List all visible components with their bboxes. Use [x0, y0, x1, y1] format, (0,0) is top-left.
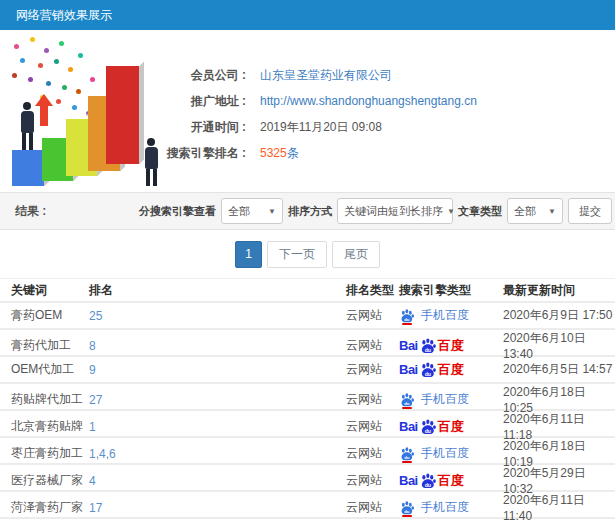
ranking-count-number: 5325	[260, 146, 287, 160]
baidu-mobile-paw-icon: du	[399, 392, 415, 408]
baidu-logo-bai-text: Bai	[399, 419, 418, 434]
rank-type-cell: 云网站	[346, 418, 399, 435]
ranking-count-suffix: 条	[287, 146, 299, 160]
keyword-cell: 枣庄膏药加工	[11, 445, 89, 462]
table-row: 北京膏药贴牌 1 云网站 Bai	[0, 411, 615, 438]
promo-url-link[interactable]: http://www.shandonghuangshengtang.cn	[260, 94, 477, 108]
svg-text:du: du	[424, 481, 430, 487]
rank-cell[interactable]: 25	[89, 309, 346, 323]
baidu-logo-bai-text: Bai	[399, 473, 418, 488]
engine-cell: Bai du 百度	[399, 418, 503, 436]
member-company-label: 会员公司 :	[128, 67, 246, 84]
rank-type-cell: 云网站	[346, 307, 399, 324]
chevron-down-icon: ▼	[447, 207, 455, 216]
table-row: 医疗器械厂家 4 云网站 Bai	[0, 465, 615, 492]
businessman-figure-left	[18, 102, 36, 150]
rank-cell[interactable]: 4	[89, 474, 346, 488]
submit-button[interactable]: 提交	[568, 198, 612, 224]
rank-cell[interactable]: 27	[89, 393, 346, 407]
keyword-cell: 膏药OEM	[11, 307, 89, 324]
open-time-label: 开通时间 :	[128, 119, 246, 136]
engine-cell: du 手机百度	[399, 445, 503, 462]
rank-cell[interactable]: 17	[89, 501, 346, 515]
table-row: 药贴牌代加工 27 云网站 du 手机百度	[0, 384, 615, 411]
article-type-label: 文章类型	[458, 204, 502, 219]
baidu-logo-cn-text: 百度	[438, 472, 464, 490]
baidu-mobile-badge: du 手机百度	[399, 391, 469, 408]
ranking-count-row: 搜索引擎排名 : 5325条	[128, 140, 477, 166]
illustration-bar-blue	[12, 150, 44, 186]
keyword-cell: 医疗器械厂家	[11, 472, 89, 489]
header-rank: 排名	[89, 282, 346, 299]
baidu-pc-logo: Bai du 百度	[399, 472, 464, 490]
baidu-mobile-paw-icon: du	[399, 500, 415, 516]
ranking-count-label: 搜索引擎排名 :	[128, 145, 246, 162]
baidu-paw-icon: du	[419, 337, 437, 355]
engine-cell: du 手机百度	[399, 307, 503, 324]
promo-url-row: 推广地址 : http://www.shandonghuangshengtang…	[128, 88, 477, 114]
filter-bar: 结果 : 分搜索引擎查看 全部 ▼ 排序方式 关键词由短到长排序 ▼ 文章类型 …	[0, 192, 615, 230]
svg-text:du: du	[424, 370, 430, 376]
engine-cell: Bai du 百度	[399, 472, 503, 490]
baidu-mobile-label: 手机百度	[421, 445, 469, 462]
member-summary-section: 会员公司 : 山东皇圣堂药业有限公司 推广地址 : http://www.sha…	[0, 30, 615, 192]
header-updated: 最新更新时间	[503, 282, 615, 299]
baidu-mobile-red-bar	[402, 323, 412, 325]
baidu-mobile-badge: du 手机百度	[399, 445, 469, 462]
table-row: 膏药OEM 25 云网站 du 手机百度	[0, 303, 615, 330]
page-last-button[interactable]: 尾页	[332, 241, 380, 268]
member-company-row: 会员公司 : 山东皇圣堂药业有限公司	[128, 62, 477, 88]
member-company-link[interactable]: 山东皇圣堂药业有限公司	[260, 67, 392, 84]
rank-cell[interactable]: 1	[89, 420, 346, 434]
svg-text:du: du	[424, 427, 430, 433]
rank-cell[interactable]: 8	[89, 339, 346, 353]
header-rank-type: 排名类型	[346, 282, 399, 299]
keyword-ranking-table: 关键词 排名 排名类型 搜索引擎类型 最新更新时间 膏药OEM 25 云网站 d…	[0, 278, 615, 519]
baidu-mobile-paw-icon: du	[399, 308, 415, 324]
table-row: 菏泽膏药厂家 17 云网站 du 手机百度	[0, 492, 615, 519]
table-row: 枣庄膏药加工 1,4,6 云网站 du 手机百度	[0, 438, 615, 465]
updated-time-cell: 2020年6月5日 14:57	[503, 361, 615, 378]
keyword-cell: 药贴牌代加工	[11, 391, 89, 408]
baidu-paw-icon: du	[419, 472, 437, 490]
page-current[interactable]: 1	[235, 241, 262, 268]
filter-controls: 分搜索引擎查看 全部 ▼ 排序方式 关键词由短到长排序 ▼ 文章类型 全部 ▼ …	[139, 198, 612, 224]
engine-view-select[interactable]: 全部 ▼	[221, 198, 283, 224]
article-type-selected: 全部	[514, 204, 536, 219]
table-body: 膏药OEM 25 云网站 du 手机百度	[0, 303, 615, 519]
sort-label: 排序方式	[288, 204, 332, 219]
baidu-logo-cn-text: 百度	[438, 361, 464, 379]
baidu-mobile-badge: du 手机百度	[399, 499, 469, 516]
baidu-pc-logo: Bai du 百度	[399, 418, 464, 436]
pagination: 1 下一页 尾页	[0, 230, 615, 278]
baidu-pc-logo: Bai du 百度	[399, 361, 464, 379]
baidu-mobile-red-bar	[402, 407, 412, 409]
baidu-mobile-badge: du 手机百度	[399, 307, 469, 324]
engine-view-selected: 全部	[228, 204, 250, 219]
updated-time-cell: 2020年6月9日 17:50	[503, 307, 615, 324]
table-header-row: 关键词 排名 排名类型 搜索引擎类型 最新更新时间	[0, 279, 615, 303]
baidu-logo-cn-text: 百度	[438, 418, 464, 436]
ranking-count-value: 5325条	[260, 145, 299, 162]
member-info-list: 会员公司 : 山东皇圣堂药业有限公司 推广地址 : http://www.sha…	[128, 62, 477, 166]
rank-cell[interactable]: 9	[89, 363, 346, 377]
updated-time-cell: 2020年6月10日 13:40	[503, 330, 615, 361]
svg-text:du: du	[404, 400, 410, 405]
rank-type-cell: 云网站	[346, 391, 399, 408]
chevron-down-icon: ▼	[548, 207, 556, 216]
baidu-logo-bai-text: Bai	[399, 338, 418, 353]
page-title: 网络营销效果展示	[16, 7, 112, 24]
engine-cell: du 手机百度	[399, 499, 503, 516]
rank-type-cell: 云网站	[346, 499, 399, 516]
page-next-button[interactable]: 下一页	[267, 241, 327, 268]
sort-select[interactable]: 关键词由短到长排序 ▼	[337, 198, 453, 224]
article-type-select[interactable]: 全部 ▼	[507, 198, 563, 224]
baidu-mobile-label: 手机百度	[421, 307, 469, 324]
rank-cell[interactable]: 1,4,6	[89, 447, 346, 461]
baidu-mobile-red-bar	[402, 515, 412, 517]
promo-url-label: 推广地址 :	[128, 93, 246, 110]
rank-type-cell: 云网站	[346, 337, 399, 354]
svg-text:du: du	[424, 346, 430, 352]
result-label: 结果 :	[15, 203, 46, 220]
keyword-cell: 菏泽膏药厂家	[11, 499, 89, 516]
